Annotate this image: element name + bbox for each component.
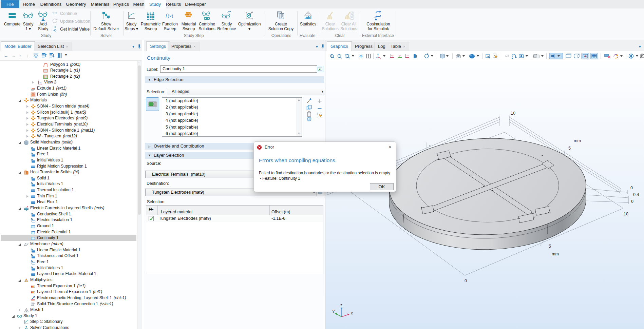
svg-text:0: 0	[631, 199, 633, 204]
svg-text:mm: mm	[552, 252, 559, 256]
svg-text:0: 0	[465, 278, 467, 283]
svg-text:mm: mm	[574, 138, 581, 143]
svg-text:10: 10	[624, 212, 628, 216]
svg-text:z: z	[340, 303, 342, 307]
svg-text:y: y	[333, 309, 335, 313]
svg-text:0: 0	[630, 186, 633, 190]
svg-text:5: 5	[568, 146, 571, 151]
svg-text:0.4: 0.4	[633, 192, 639, 197]
svg-text:xz: xz	[406, 54, 409, 57]
svg-text:t: t	[52, 29, 53, 32]
svg-text:x: x	[351, 311, 353, 315]
svg-text:10: 10	[511, 111, 515, 116]
svg-text:5: 5	[549, 244, 551, 249]
svg-text:U: U	[54, 25, 56, 29]
svg-text:yz: yz	[399, 54, 401, 57]
svg-text:1: 1	[147, 11, 149, 14]
svg-text:xy: xy	[391, 54, 394, 57]
